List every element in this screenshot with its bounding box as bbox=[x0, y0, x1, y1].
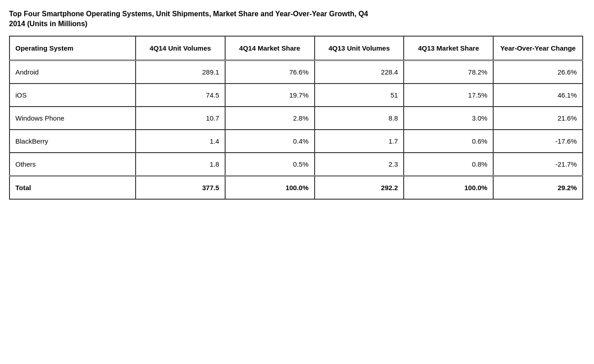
cell-vol4q14-3: 1.4 bbox=[136, 130, 225, 153]
cell-share4q13-2: 3.0% bbox=[404, 107, 493, 130]
cell-vol4q13-2: 8.8 bbox=[315, 107, 404, 130]
cell-os-0: Android bbox=[9, 61, 136, 84]
cell-share4q13-3: 0.6% bbox=[404, 130, 493, 153]
total-row: Total 377.5 100.0% 292.2 100.0% 29.2% bbox=[9, 176, 583, 200]
cell-os-3: BlackBerry bbox=[9, 130, 136, 153]
cell-share4q13-1: 17.5% bbox=[404, 84, 493, 107]
cell-vol4q13-4: 2.3 bbox=[315, 153, 404, 176]
total-vol4q13: 292.2 bbox=[315, 176, 404, 200]
cell-share4q14-4: 0.5% bbox=[225, 153, 315, 176]
table-header-row: Operating System 4Q14 Unit Volumes 4Q14 … bbox=[9, 36, 583, 61]
table-row: Others1.80.5%2.30.8%-21.7% bbox=[9, 153, 583, 176]
cell-vol4q13-1: 51 bbox=[315, 84, 404, 107]
total-label: Total bbox=[9, 176, 136, 200]
cell-share4q14-1: 19.7% bbox=[225, 84, 315, 107]
cell-vol4q14-2: 10.7 bbox=[136, 107, 225, 130]
header-vol4q14: 4Q14 Unit Volumes bbox=[136, 36, 225, 61]
cell-yoy-4: -21.7% bbox=[493, 153, 583, 176]
header-yoy: Year-Over-Year Change bbox=[493, 36, 583, 61]
table-row: BlackBerry1.40.4%1.70.6%-17.6% bbox=[9, 130, 583, 153]
table-row: Windows Phone10.72.8%8.83.0%21.6% bbox=[9, 107, 583, 130]
cell-share4q14-3: 0.4% bbox=[225, 130, 315, 153]
cell-os-1: iOS bbox=[9, 84, 136, 107]
table-row: iOS74.519.7%5117.5%46.1% bbox=[9, 84, 583, 107]
table-row: Android289.176.6%228.478.2%26.6% bbox=[9, 61, 583, 84]
cell-share4q14-2: 2.8% bbox=[225, 107, 315, 130]
header-vol4q13: 4Q13 Unit Volumes bbox=[315, 36, 404, 61]
cell-yoy-1: 46.1% bbox=[493, 84, 583, 107]
cell-vol4q14-1: 74.5 bbox=[136, 84, 225, 107]
cell-yoy-3: -17.6% bbox=[493, 130, 583, 153]
total-share4q14: 100.0% bbox=[225, 176, 315, 200]
cell-vol4q14-0: 289.1 bbox=[136, 61, 225, 84]
cell-share4q13-4: 0.8% bbox=[404, 153, 493, 176]
header-share4q13: 4Q13 Market Share bbox=[404, 36, 493, 61]
cell-vol4q13-3: 1.7 bbox=[315, 130, 404, 153]
data-table: Operating System 4Q14 Unit Volumes 4Q14 … bbox=[9, 36, 583, 200]
cell-share4q14-0: 76.6% bbox=[225, 61, 315, 84]
cell-os-2: Windows Phone bbox=[9, 107, 136, 130]
total-vol4q14: 377.5 bbox=[136, 176, 225, 200]
cell-os-4: Others bbox=[9, 153, 136, 176]
cell-yoy-0: 26.6% bbox=[493, 61, 583, 84]
total-yoy: 29.2% bbox=[493, 176, 583, 200]
cell-yoy-2: 21.6% bbox=[493, 107, 583, 130]
header-share4q14: 4Q14 Market Share bbox=[225, 36, 315, 61]
header-os: Operating System bbox=[9, 36, 136, 61]
cell-share4q13-0: 78.2% bbox=[404, 61, 493, 84]
cell-vol4q13-0: 228.4 bbox=[315, 61, 404, 84]
cell-vol4q14-4: 1.8 bbox=[136, 153, 225, 176]
page-title: Top Four Smartphone Operating Systems, U… bbox=[9, 9, 371, 29]
total-share4q13: 100.0% bbox=[404, 176, 493, 200]
